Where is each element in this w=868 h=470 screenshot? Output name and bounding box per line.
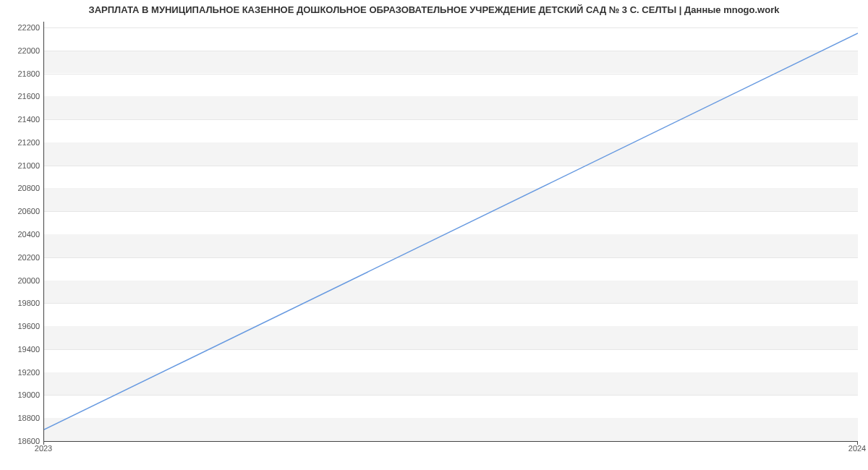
y-tick-label: 21000: [5, 161, 40, 170]
y-tick-label: 21600: [5, 92, 40, 101]
y-tick-label: 21400: [5, 115, 40, 124]
grid-line: [44, 441, 858, 442]
y-tick-label: 20200: [5, 253, 40, 262]
y-tick-label: 21200: [5, 138, 40, 147]
line-series: [44, 22, 858, 441]
y-tick-label: 20800: [5, 184, 40, 192]
y-tick-label: 19000: [5, 390, 40, 399]
y-tick-label: 22200: [5, 23, 40, 32]
y-tick-label: 19400: [5, 345, 40, 354]
chart-title: ЗАРПЛАТА В МУНИЦИПАЛЬНОЕ КАЗЕННОЕ ДОШКОЛ…: [0, 4, 868, 15]
y-tick-label: 22000: [5, 46, 40, 55]
y-tick-label: 19800: [5, 299, 40, 307]
y-tick-label: 20600: [5, 207, 40, 215]
y-tick-label: 19600: [5, 322, 40, 330]
x-tick-label: 2023: [35, 444, 52, 453]
y-tick-label: 19200: [5, 368, 40, 377]
plot-area: [43, 22, 858, 442]
x-tick-label: 2024: [848, 444, 866, 453]
y-tick-label: 18800: [5, 414, 40, 422]
y-tick-label: 20000: [5, 276, 40, 285]
y-tick-label: 20400: [5, 230, 40, 239]
chart-container: ЗАРПЛАТА В МУНИЦИПАЛЬНОЕ КАЗЕННОЕ ДОШКОЛ…: [0, 0, 868, 470]
y-tick-label: 21800: [5, 69, 40, 78]
series-line: [44, 33, 858, 430]
